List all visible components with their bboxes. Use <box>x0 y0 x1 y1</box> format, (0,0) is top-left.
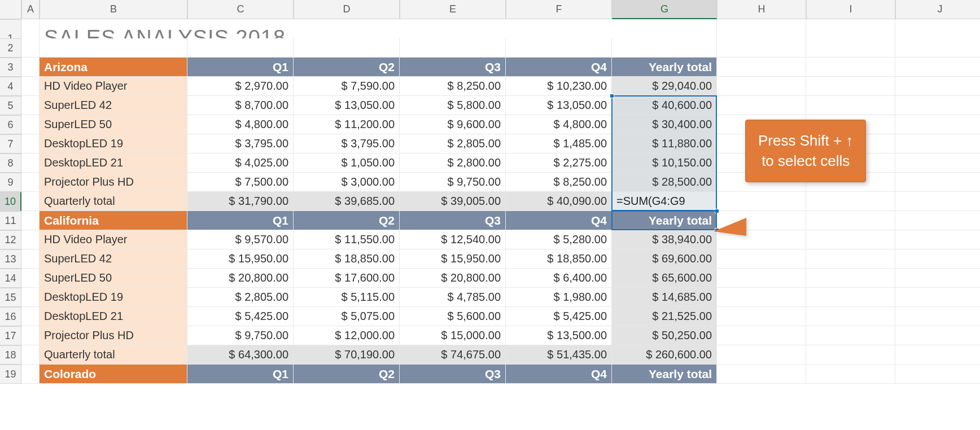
cell-row2-5[interactable] <box>506 38 612 58</box>
column-header-A[interactable]: A <box>21 0 40 19</box>
quarterly-total-value[interactable]: $ 64,300.00 <box>187 345 294 365</box>
formula-cell-g10[interactable]: =SUM(G4:G9 <box>612 192 717 211</box>
quarter-header-Q4[interactable]: Q4 <box>506 365 612 384</box>
column-header-C[interactable]: C <box>187 0 294 19</box>
empty-cell[interactable] <box>806 345 895 365</box>
product-name[interactable]: HD Video Player <box>40 230 187 249</box>
empty-cell[interactable] <box>895 269 980 288</box>
yearly-value[interactable]: $ 10,150.00 <box>612 153 717 173</box>
product-name[interactable]: DesktopLED 21 <box>40 153 187 173</box>
empty-cell[interactable] <box>21 173 40 192</box>
region-header-colorado[interactable]: Colorado <box>40 365 187 384</box>
empty-cell[interactable] <box>717 269 806 288</box>
quarter-value[interactable]: $ 2,275.00 <box>506 153 612 173</box>
row-header-14[interactable]: 14 <box>0 269 21 288</box>
cell-row2-2[interactable] <box>187 38 294 58</box>
empty-cell[interactable] <box>21 307 40 326</box>
row-header-13[interactable]: 13 <box>0 249 21 269</box>
quarterly-total-value[interactable]: $ 70,190.00 <box>294 345 400 365</box>
empty-cell[interactable] <box>806 365 895 384</box>
quarter-header-Q1[interactable]: Q1 <box>187 58 294 77</box>
quarter-header-Q2[interactable]: Q2 <box>294 58 400 77</box>
quarter-value[interactable]: $ 4,025.00 <box>187 153 294 173</box>
empty-cell[interactable] <box>895 230 980 249</box>
quarter-value[interactable]: $ 15,000.00 <box>400 326 506 345</box>
empty-cell[interactable] <box>806 288 895 307</box>
empty-cell[interactable] <box>895 365 980 384</box>
quarter-value[interactable]: $ 8,700.00 <box>187 96 294 115</box>
quarter-header-Q2[interactable]: Q2 <box>294 365 400 384</box>
quarter-value[interactable]: $ 2,805.00 <box>400 134 506 153</box>
column-header-F[interactable]: F <box>506 0 612 19</box>
product-name[interactable]: SuperLED 42 <box>40 96 187 115</box>
quarterly-total-value[interactable]: $ 51,435.00 <box>506 345 612 365</box>
empty-cell[interactable] <box>717 307 806 326</box>
product-name[interactable]: SuperLED 50 <box>40 115 187 134</box>
yearly-value[interactable]: $ 11,880.00 <box>612 134 717 153</box>
yearly-value[interactable]: $ 50,250.00 <box>612 326 717 345</box>
empty-cell[interactable] <box>717 192 806 211</box>
empty-cell[interactable] <box>895 77 980 96</box>
product-name[interactable]: DesktopLED 21 <box>40 307 187 326</box>
empty-cell[interactable] <box>21 115 40 134</box>
quarter-value[interactable]: $ 9,570.00 <box>187 230 294 249</box>
yearly-header[interactable]: Yearly total <box>612 211 717 230</box>
empty-cell[interactable] <box>895 288 980 307</box>
empty-cell[interactable] <box>21 269 40 288</box>
cell-row2-0[interactable] <box>21 38 40 58</box>
empty-cell[interactable] <box>806 230 895 249</box>
quarter-value[interactable]: $ 4,785.00 <box>400 288 506 307</box>
empty-cell[interactable] <box>717 249 806 269</box>
quarterly-total-label[interactable]: Quarterly total <box>40 345 187 365</box>
quarter-value[interactable]: $ 13,500.00 <box>506 326 612 345</box>
quarter-value[interactable]: $ 5,425.00 <box>506 307 612 326</box>
column-header-I[interactable]: I <box>806 0 895 19</box>
quarter-value[interactable]: $ 18,850.00 <box>506 249 612 269</box>
quarter-value[interactable]: $ 5,280.00 <box>506 230 612 249</box>
row-header-10[interactable]: 10 <box>0 192 21 211</box>
empty-cell[interactable] <box>21 211 40 230</box>
region-header-california[interactable]: California <box>40 211 187 230</box>
empty-cell[interactable] <box>895 345 980 365</box>
empty-cell[interactable] <box>806 96 895 115</box>
quarter-value[interactable]: $ 1,050.00 <box>294 153 400 173</box>
quarter-value[interactable]: $ 5,425.00 <box>187 307 294 326</box>
quarter-value[interactable]: $ 12,540.00 <box>400 230 506 249</box>
quarter-value[interactable]: $ 5,075.00 <box>294 307 400 326</box>
quarter-value[interactable]: $ 7,590.00 <box>294 77 400 96</box>
quarter-value[interactable]: $ 9,600.00 <box>400 115 506 134</box>
empty-cell[interactable] <box>717 96 806 115</box>
quarter-value[interactable]: $ 1,980.00 <box>506 288 612 307</box>
select-all-corner[interactable] <box>0 0 21 19</box>
quarterly-total-value[interactable]: $ 74,675.00 <box>400 345 506 365</box>
product-name[interactable]: DesktopLED 19 <box>40 134 187 153</box>
quarter-value[interactable]: $ 20,800.00 <box>400 269 506 288</box>
row-header-8[interactable]: 8 <box>0 153 21 173</box>
yearly-value[interactable]: $ 38,940.00 <box>612 230 717 249</box>
quarter-value[interactable]: $ 8,250.00 <box>506 173 612 192</box>
empty-cell[interactable] <box>895 153 980 173</box>
quarter-value[interactable]: $ 17,600.00 <box>294 269 400 288</box>
quarter-value[interactable]: $ 7,500.00 <box>187 173 294 192</box>
quarter-value[interactable]: $ 2,805.00 <box>187 288 294 307</box>
yearly-value[interactable]: $ 29,040.00 <box>612 77 717 96</box>
row-header-12[interactable]: 12 <box>0 230 21 249</box>
row-header-5[interactable]: 5 <box>0 96 21 115</box>
quarter-value[interactable]: $ 13,050.00 <box>294 96 400 115</box>
empty-cell[interactable] <box>895 326 980 345</box>
quarter-value[interactable]: $ 15,950.00 <box>400 249 506 269</box>
row-header-9[interactable]: 9 <box>0 173 21 192</box>
quarter-value[interactable]: $ 3,000.00 <box>294 173 400 192</box>
product-name[interactable]: SuperLED 50 <box>40 269 187 288</box>
quarter-value[interactable]: $ 12,000.00 <box>294 326 400 345</box>
cell-row2-9[interactable] <box>895 38 980 58</box>
cell-row2-4[interactable] <box>400 38 506 58</box>
empty-cell[interactable] <box>895 134 980 153</box>
empty-cell[interactable] <box>895 249 980 269</box>
empty-cell[interactable] <box>717 58 806 77</box>
empty-cell[interactable] <box>21 58 40 77</box>
quarter-value[interactable]: $ 9,750.00 <box>187 326 294 345</box>
spreadsheet-grid[interactable]: ABCDEFGHIJ1SALES ANALYSIS 201823ArizonaQ… <box>0 0 980 384</box>
cell-row2-7[interactable] <box>717 38 806 58</box>
quarter-value[interactable]: $ 9,750.00 <box>400 173 506 192</box>
